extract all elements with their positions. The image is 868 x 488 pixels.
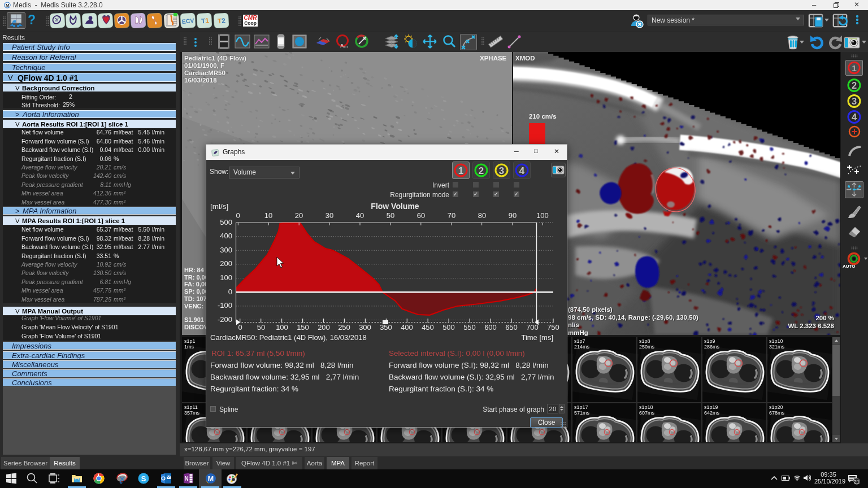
svg-text:214ms: 214ms <box>574 344 590 350</box>
svg-text:s1p11: s1p11 <box>184 404 198 410</box>
svg-text:21: 21 <box>854 478 860 485</box>
svg-text:s1p17: s1p17 <box>574 404 588 410</box>
svg-text:607ms: 607ms <box>639 410 655 416</box>
svg-text:1ms: 1ms <box>184 344 194 350</box>
svg-text:678ms: 678ms <box>769 410 785 416</box>
svg-text:250ms: 250ms <box>639 344 655 350</box>
svg-text:S: S <box>141 474 146 483</box>
svg-text:4: 4 <box>852 112 857 122</box>
svg-text:s1p19: s1p19 <box>704 404 718 410</box>
svg-text:s1p18: s1p18 <box>639 404 653 410</box>
svg-text:2: 2 <box>852 80 857 90</box>
svg-text:s1p9: s1p9 <box>704 338 715 344</box>
svg-text:s1p10: s1p10 <box>769 338 783 344</box>
svg-text:M: M <box>208 475 214 483</box>
svg-text:s1p8: s1p8 <box>639 338 650 344</box>
svg-text:ECV: ECV <box>181 17 194 25</box>
svg-text:321ms: 321ms <box>769 344 785 350</box>
svg-text:3: 3 <box>852 96 857 106</box>
svg-text:s1p20: s1p20 <box>769 404 783 410</box>
svg-text:M: M <box>6 3 9 8</box>
svg-text:357ms: 357ms <box>184 410 200 416</box>
svg-text:s1p1: s1p1 <box>184 338 196 344</box>
svg-text:s1p7: s1p7 <box>574 338 585 344</box>
svg-text:A...: A... <box>340 43 348 49</box>
svg-text:642ms: 642ms <box>704 410 720 416</box>
svg-text:286ms: 286ms <box>704 344 720 350</box>
svg-text:571ms: 571ms <box>574 410 590 416</box>
svg-text:1: 1 <box>852 63 857 73</box>
svg-text:N: N <box>184 476 188 482</box>
